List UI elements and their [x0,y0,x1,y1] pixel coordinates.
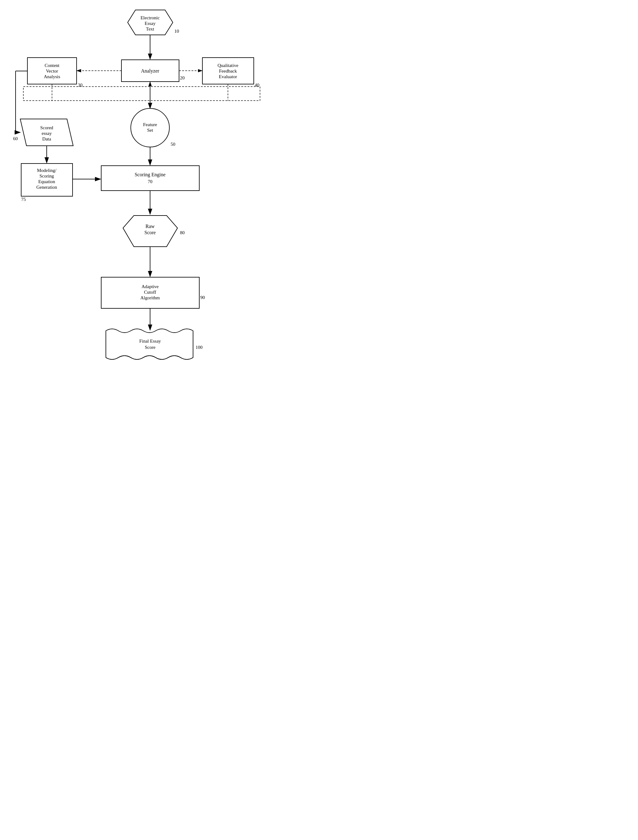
diagram-svg: Electronic Essay Text 10 Analyzer 20 Con… [0,0,280,367]
raw-score-label1: Raw [145,224,155,229]
cva-num: 30 [78,82,82,87]
qfe-label3: Evaluator [219,74,237,79]
svg-rect-5 [27,58,77,84]
essay-text-label: Electronic [141,15,160,20]
raw-score-num: 80 [180,230,185,235]
svg-rect-7 [23,87,260,101]
feature-set-label1: Feature [143,122,157,127]
feature-set-num: 50 [171,142,175,147]
scored-essay-label1: Scored [40,125,53,130]
modeling-label2: Scoring [39,174,54,179]
cva-label1: Content [44,63,60,68]
modeling-label1: Modeling/ [37,168,57,173]
essay-text-num: 10 [174,28,179,34]
modeling-label4: Generation [36,185,57,190]
svg-rect-22 [101,166,199,191]
svg-rect-4 [122,60,179,82]
essay-text-label3: Text [146,27,155,32]
qfe-label1: Qualitative [218,63,238,68]
adaptive-label2: Cutoff [144,289,156,295]
feature-set-label2: Set [147,128,153,133]
svg-marker-15 [20,119,73,146]
svg-marker-2 [128,10,173,35]
svg-point-14 [131,108,169,147]
svg-rect-6 [202,58,254,84]
final-essay-label1: Final Essay [139,339,161,343]
adaptive-label1: Adaptive [142,284,159,289]
cva-label2: Vector [46,68,58,73]
modeling-label3: Equation [38,179,55,184]
adaptive-label3: Algorithm [141,295,160,300]
flowchart-diagram: Electronic Essay Text 10 Analyzer 20 Con… [0,0,280,367]
qfe-label2: Feedback [219,68,237,73]
final-essay-label2: Score [145,345,155,350]
raw-score-label2: Score [144,230,156,235]
analyzer-label: Analyzer [141,68,160,74]
final-essay-num: 100 [196,345,203,350]
scoring-engine-label2: 70 [148,179,153,184]
svg-rect-20 [21,163,73,196]
svg-rect-27 [101,277,199,308]
adaptive-num: 90 [200,295,205,300]
scored-essay-label3: Data [43,136,51,141]
essay-text-label2: Essay [145,21,156,26]
qfe-num: 40 [255,82,259,87]
scored-essay-label2: essay [42,131,52,136]
scored-essay-num: 60 [13,136,18,141]
analyzer-num: 20 [180,75,185,81]
scoring-engine-label1: Scoring Engine [134,172,165,177]
cva-label3: Analysis [44,74,60,79]
svg-marker-25 [123,215,177,247]
modeling-num: 75 [21,197,26,202]
